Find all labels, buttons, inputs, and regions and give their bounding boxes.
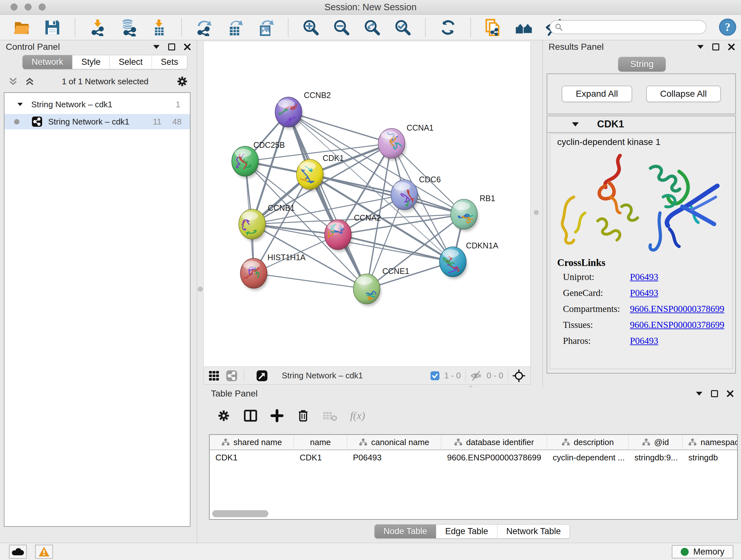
warnings-button[interactable] — [35, 545, 53, 559]
left-splitter-handle[interactable] — [198, 287, 203, 292]
import-network-icon — [89, 19, 106, 36]
network-node-hist1h1a[interactable]: HIST1H1A — [240, 253, 306, 291]
network-node-ccne1[interactable]: CCNE1 — [353, 266, 409, 306]
column-header-shared-name[interactable]: shared name — [210, 435, 294, 449]
zoom-selected-button[interactable] — [394, 18, 412, 37]
cloud-status-button[interactable] — [9, 545, 27, 559]
table-cell[interactable]: CDK1 — [210, 450, 294, 465]
expand-all-button[interactable]: Expand All — [562, 85, 632, 102]
collapse-section-caret-icon[interactable] — [571, 122, 579, 127]
show-all-networks-button[interactable] — [515, 18, 533, 37]
zoom-in-button[interactable] — [302, 18, 320, 37]
tab-network[interactable]: Network — [23, 55, 72, 69]
protein-result-card: CDK1 cyclin-dependent kinase 1 — [547, 116, 736, 374]
network-node-rb1[interactable]: RB1 — [451, 194, 495, 232]
network-node-cdkn1a[interactable]: CDKN1A — [440, 241, 498, 279]
table-options-gear-icon[interactable] — [217, 409, 231, 423]
column-header-@id[interactable]: @id — [629, 435, 683, 449]
panel-menu-caret-icon[interactable] — [696, 391, 703, 396]
tab-node-table[interactable]: Node Table — [375, 524, 436, 538]
crosslink-link[interactable]: 9606.ENSP00000378699 — [630, 304, 724, 314]
search-input[interactable] — [565, 21, 706, 33]
column-header-namespace[interactable]: namespace — [683, 435, 738, 449]
export-network-button[interactable] — [195, 18, 213, 37]
table-cell[interactable]: stringdb:9... — [629, 450, 683, 465]
network-edge[interactable] — [288, 112, 392, 143]
network-edge[interactable] — [254, 273, 367, 289]
network-collection-row[interactable]: String Network – cdk1 1 — [4, 98, 190, 111]
network-node-cdc25b[interactable]: CDC25B — [232, 140, 285, 179]
collapse-all-icon[interactable] — [25, 77, 35, 86]
network-options-gear-icon[interactable] — [176, 75, 189, 88]
results-panel-header: Results Panel — [543, 40, 741, 54]
close-panel-icon[interactable] — [726, 390, 734, 397]
hidden-eye-slash-icon[interactable] — [470, 371, 482, 381]
memory-button[interactable]: Memory — [672, 545, 733, 558]
import-network-from-database-button[interactable] — [119, 18, 137, 37]
tab-style[interactable]: Style — [72, 55, 110, 69]
help-button[interactable]: ? — [719, 18, 737, 36]
copy-style-button[interactable] — [484, 18, 502, 37]
expand-all-icon[interactable] — [8, 77, 18, 86]
network-row-selected[interactable]: String Network – cdk1 11 48 — [4, 114, 190, 129]
collapse-all-button[interactable]: Collapse All — [646, 85, 721, 102]
refresh-view-button[interactable] — [439, 18, 457, 37]
table-cell[interactable]: P06493 — [347, 450, 441, 465]
network-graph[interactable]: CCNB2CCNA1CDC25BCDK1CDC6RB1CCNB1CCNA2HIS… — [204, 42, 531, 367]
network-node-ccnb2[interactable]: CCNB2 — [275, 91, 331, 130]
import-table-button[interactable] — [150, 18, 168, 37]
zoom-out-button[interactable] — [333, 18, 350, 37]
birds-eye-view-icon[interactable] — [256, 370, 268, 381]
open-session-button[interactable] — [13, 18, 30, 37]
add-column-icon[interactable] — [270, 409, 284, 422]
float-panel-icon[interactable] — [712, 44, 719, 51]
table-cell[interactable]: 9606.ENSP00000378699 — [441, 450, 547, 465]
float-panel-icon[interactable] — [168, 44, 175, 51]
export-table-button[interactable] — [226, 18, 244, 37]
table-row[interactable]: CDK1CDK1P064939606.ENSP00000378699cyclin… — [210, 450, 737, 465]
crosslink-link[interactable]: 9606.ENSP00000378699 — [630, 320, 724, 330]
column-header-database-identifier[interactable]: database identifier — [441, 435, 547, 449]
delete-column-icon[interactable] — [296, 409, 310, 422]
search-box[interactable] — [549, 20, 706, 34]
table-cell[interactable]: stringdb — [683, 450, 738, 465]
close-panel-icon[interactable] — [184, 43, 191, 51]
center-view-crosshair-icon[interactable] — [513, 369, 525, 382]
crosslink-link[interactable]: P06493 — [630, 335, 658, 346]
crosslink-link[interactable]: P06493 — [630, 272, 658, 282]
selected-checkbox-icon[interactable] — [430, 371, 440, 381]
tab-sets[interactable]: Sets — [151, 55, 187, 69]
zoom-fit-button[interactable] — [363, 18, 381, 37]
tree-expand-caret-icon[interactable] — [17, 103, 23, 106]
panel-menu-caret-icon[interactable] — [153, 45, 160, 49]
close-panel-icon[interactable] — [728, 43, 735, 51]
show-columns-icon[interactable] — [244, 409, 258, 423]
tab-string[interactable]: String — [618, 57, 666, 71]
panel-menu-caret-icon[interactable] — [697, 45, 704, 49]
column-header-name[interactable]: name — [294, 435, 347, 449]
crosslink-link[interactable]: P06493 — [630, 288, 658, 298]
export-image-button[interactable] — [257, 18, 274, 37]
import-network-button[interactable] — [89, 18, 107, 37]
float-panel-icon[interactable] — [711, 390, 718, 397]
table-header-row: shared namenamecanonical namedatabase id… — [210, 435, 737, 450]
save-session-button[interactable] — [44, 18, 61, 37]
node-table[interactable]: shared namenamecanonical namedatabase id… — [209, 434, 738, 520]
tab-edge-table[interactable]: Edge Table — [436, 524, 497, 538]
right-splitter-handle[interactable] — [534, 210, 539, 215]
tab-network-table[interactable]: Network Table — [497, 524, 570, 538]
table-cell[interactable]: CDK1 — [294, 450, 347, 465]
table-cell[interactable]: cyclin-dependent ... — [547, 450, 629, 465]
table-horizontal-scrollbar[interactable] — [212, 510, 268, 517]
grid-view-icon[interactable] — [209, 370, 219, 381]
column-header-description[interactable]: description — [547, 435, 629, 449]
network-node-ccna1[interactable]: CCNA1 — [378, 123, 434, 161]
network-edge[interactable] — [288, 112, 367, 289]
tab-select[interactable]: Select — [110, 55, 151, 69]
network-canvas[interactable]: CCNB2CCNA1CDC25BCDK1CDC6RB1CCNB1CCNA2HIS… — [203, 42, 531, 367]
column-header-canonical-name[interactable]: canonical name — [347, 435, 441, 449]
network-view-share-icon[interactable] — [226, 370, 238, 381]
database-import-icon — [119, 18, 137, 37]
network-node-cdk1[interactable]: CDK1 — [296, 153, 344, 192]
protein-card-header[interactable]: CDK1 — [547, 116, 735, 133]
